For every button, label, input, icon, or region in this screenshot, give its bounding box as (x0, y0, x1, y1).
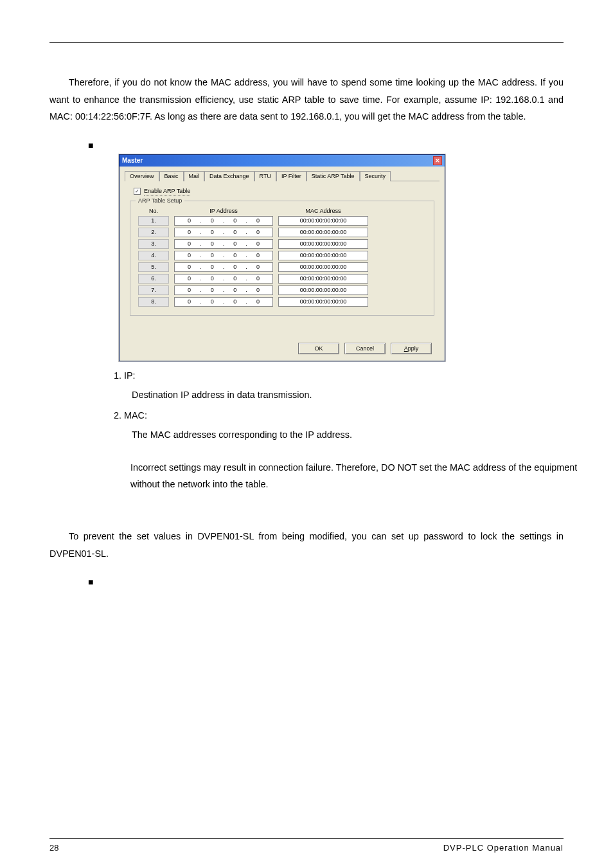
table-row: 5.0.0.0.000:00:00:00:00:00 (138, 262, 426, 272)
mac-field[interactable]: 00:00:00:00:00:00 (278, 239, 368, 249)
page-top-rule (49, 42, 564, 43)
row-no: 1. (138, 216, 169, 226)
mac-field[interactable]: 00:00:00:00:00:00 (278, 297, 368, 307)
tab-data-exchange[interactable]: Data Exchange (204, 171, 254, 181)
dialog-master: Master ✕ Overview Basic Mail Data Exchan… (119, 154, 445, 361)
ip-field[interactable]: 0.0.0.0 (174, 297, 273, 307)
mac-field[interactable]: 00:00:00:00:00:00 (278, 251, 368, 260)
mac-field[interactable]: 00:00:00:00:00:00 (278, 216, 368, 226)
password-paragraph: To prevent the set values in DVPEN01-SL … (49, 528, 564, 562)
row-no: 8. (138, 297, 169, 307)
row-no: 3. (138, 239, 169, 249)
apply-button[interactable]: Apply (391, 343, 432, 354)
ok-button[interactable]: OK (298, 343, 339, 354)
ip-field[interactable]: 0.0.0.0 (174, 228, 273, 237)
tab-overview[interactable]: Overview (125, 171, 159, 181)
table-row: 4.0.0.0.000:00:00:00:00:00 (138, 251, 426, 260)
close-icon: ✕ (435, 158, 440, 164)
enable-arp-label: Enable ARP Table (144, 188, 190, 195)
tab-rtu[interactable]: RTU (254, 171, 276, 181)
table-row: 2.0.0.0.000:00:00:00:00:00 (138, 228, 426, 237)
ip-field[interactable]: 0.0.0.0 (174, 262, 273, 272)
mac-field[interactable]: 00:00:00:00:00:00 (278, 274, 368, 284)
mac-field[interactable]: 00:00:00:00:00:00 (278, 228, 368, 237)
table-row: 6.0.0.0.000:00:00:00:00:00 (138, 274, 426, 284)
enable-arp-checkbox[interactable]: ✓ (134, 188, 141, 195)
tab-mail[interactable]: Mail (184, 171, 205, 181)
warning-paragraph: Incorrect settings may result in connect… (130, 459, 587, 493)
row-no: 5. (138, 262, 169, 272)
page-footer: 28 DVP-PLC Operation Manual (49, 838, 564, 853)
intro-paragraph: Therefore, if you do not know the MAC ad… (49, 74, 564, 125)
def-2: 2. MAC: The MAC addresses corresponding … (114, 408, 564, 444)
mac-field[interactable]: 00:00:00:00:00:00 (278, 285, 368, 295)
dialog-title: Master (122, 157, 143, 164)
dialog-titlebar: Master ✕ (120, 155, 445, 167)
ip-field[interactable]: 0.0.0.0 (174, 251, 273, 260)
tab-security[interactable]: Security (360, 171, 391, 181)
ip-field[interactable]: 0.0.0.0 (174, 274, 273, 284)
table-row: 1.0.0.0.000:00:00:00:00:00 (138, 216, 426, 226)
col-ip: IP Address (174, 208, 273, 214)
tab-strip: Overview Basic Mail Data Exchange RTU IP… (125, 170, 440, 181)
ip-field[interactable]: 0.0.0.0 (174, 216, 273, 226)
col-no: No. (138, 208, 169, 214)
arp-table-group: ARP Table Setup No. IP Address MAC Addre… (130, 201, 434, 316)
footer-title: DVP-PLC Operation Manual (443, 843, 564, 853)
mac-field[interactable]: 00:00:00:00:00:00 (278, 262, 368, 272)
tab-basic[interactable]: Basic (159, 171, 184, 181)
table-row: 3.0.0.0.000:00:00:00:00:00 (138, 239, 426, 249)
table-row: 7.0.0.0.000:00:00:00:00:00 (138, 285, 426, 295)
row-no: 7. (138, 285, 169, 295)
tab-static-arp-table[interactable]: Static ARP Table (306, 171, 360, 181)
col-mac: MAC Address (278, 208, 368, 214)
row-no: 4. (138, 251, 169, 260)
bullet-2: ■ (88, 577, 564, 587)
row-no: 6. (138, 274, 169, 284)
bullet-1: ■ (88, 140, 564, 150)
cancel-button[interactable]: Cancel (344, 343, 386, 354)
tab-ip-filter[interactable]: IP Filter (276, 171, 306, 181)
def-1: 1. IP: Destination IP address in data tr… (114, 368, 564, 404)
ip-field[interactable]: 0.0.0.0 (174, 239, 273, 249)
close-button[interactable]: ✕ (433, 156, 442, 165)
table-row: 8.0.0.0.000:00:00:00:00:00 (138, 297, 426, 307)
page-number: 28 (49, 843, 58, 853)
ip-field[interactable]: 0.0.0.0 (174, 285, 273, 295)
definition-list: 1. IP: Destination IP address in data tr… (114, 368, 564, 444)
group-title: ARP Table Setup (136, 197, 184, 204)
row-no: 2. (138, 228, 169, 237)
